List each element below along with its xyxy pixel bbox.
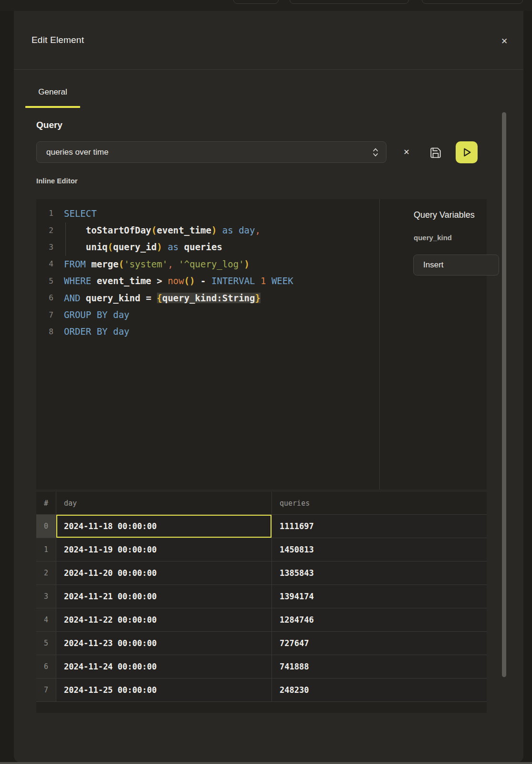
day-cell[interactable]: 2024-11-21 00:00:00 [56,585,272,608]
day-cell[interactable]: 2024-11-19 00:00:00 [56,538,272,562]
header-divider [14,69,523,70]
code-editor-lines: 1SELECT2 toStartOfDay(event_time) as day… [36,205,379,340]
queries-cell[interactable]: 1385843 [272,562,487,585]
code-line: 2 toStartOfDay(event_time) as day, [36,222,379,238]
code-line: 4FROM merge('system', '^query_log') [36,255,379,272]
day-cell[interactable]: 2024-11-20 00:00:00 [56,562,272,585]
row-index-cell: 4 [36,608,56,632]
column-header-index: # [36,492,56,515]
dialog-title: Edit Element [31,35,84,45]
code-line: 3 uniq(query_id) as queries [36,239,379,255]
day-cell[interactable]: 2024-11-25 00:00:00 [56,679,272,702]
run-query-button[interactable] [456,141,478,163]
day-cell[interactable]: 2024-11-22 00:00:00 [56,608,272,632]
queries-cell[interactable]: 727647 [272,632,487,655]
results-table: # day queries 02024-11-18 00:00:00111169… [36,492,487,713]
queries-cell[interactable]: 741888 [272,655,487,679]
code-line: 5WHERE event_time > now() - INTERVAL 1 W… [36,273,379,289]
code-line: 7GROUP BY day [36,306,379,323]
queries-cell[interactable]: 1284746 [272,608,487,632]
line-number: 2 [36,226,53,235]
row-index-cell: 3 [36,585,56,608]
save-query-button[interactable] [429,147,442,159]
day-cell[interactable]: 2024-11-24 00:00:00 [56,655,272,679]
table-body: 02024-11-18 00:00:00111169712024-11-19 0… [36,515,487,702]
topbar-button[interactable] [233,0,279,4]
query-variables-heading: Query Variables [414,210,475,220]
row-index-cell: 7 [36,679,56,702]
tab-general-label: General [38,87,67,96]
query-section-heading: Query [36,120,63,130]
line-number: 4 [36,259,53,268]
line-number: 1 [36,209,53,218]
row-index-cell: 6 [36,655,56,679]
query-select[interactable]: queries over time [36,141,386,163]
code-line: 6AND query_kind = {query_kind:String} [36,289,379,306]
tab-active-underline [25,106,80,108]
background-toolbar [0,0,532,11]
clear-query-button[interactable]: ✕ [400,146,413,159]
indent-guide [65,223,66,256]
code-line: 1SELECT [36,205,379,222]
day-cell[interactable]: 2024-11-18 00:00:00 [56,515,272,538]
line-number: 7 [36,310,53,319]
table-header-row: # day queries [36,492,487,515]
line-number: 5 [36,276,53,286]
scrollbar-thumb[interactable] [502,112,506,677]
bottom-edge-strip [0,762,532,764]
query-variable-name: query_kind [414,233,452,242]
column-header-day: day [56,492,272,515]
topbar-button[interactable] [422,0,523,4]
topbar-button[interactable] [290,0,409,4]
queries-cell[interactable]: 1111697 [272,515,487,538]
day-cell[interactable]: 2024-11-23 00:00:00 [56,632,272,655]
edit-element-dialog: Edit Element ✕ General Query queries ove… [14,11,523,763]
column-header-queries: queries [272,492,487,515]
chevron-up-down-icon [372,147,379,158]
line-number: 3 [36,243,53,252]
save-icon [429,147,442,159]
queries-cell[interactable]: 1450813 [272,538,487,562]
row-index-cell: 0 [36,515,56,538]
queries-cell[interactable]: 1394174 [272,585,487,608]
row-index-cell: 2 [36,562,56,585]
insert-variable-button[interactable]: Insert [413,255,499,276]
line-number: 6 [36,293,53,302]
sql-editor[interactable]: 1SELECT2 toStartOfDay(event_time) as day… [36,199,379,489]
code-line: 8ORDER BY day [36,323,379,340]
tab-general[interactable]: General [25,87,80,97]
queries-cell[interactable]: 248230 [272,679,487,702]
play-icon [459,145,474,159]
page: Edit Element ✕ General Query queries ove… [0,0,532,764]
close-icon[interactable]: ✕ [498,35,511,48]
row-index-cell: 1 [36,538,56,562]
inline-editor-label: Inline Editor [36,177,78,185]
sql-editor-container: 1SELECT2 toStartOfDay(event_time) as day… [36,199,487,489]
query-select-value: queries over time [46,148,108,157]
line-number: 8 [36,327,53,336]
table-footer-strip [36,702,487,712]
query-variables-panel: Query Variables query_kind Insert [380,199,487,489]
row-index-cell: 5 [36,632,56,655]
